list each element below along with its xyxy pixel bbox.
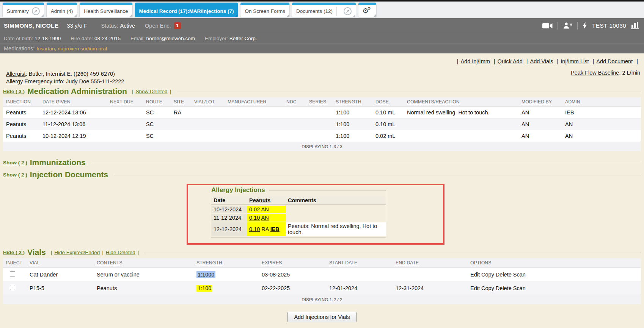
edit-link[interactable]: Edit [470, 272, 480, 278]
sort-strength[interactable]: STRENGTH [196, 260, 222, 266]
tab-admin[interactable]: Admin (4) [47, 3, 77, 17]
delete-link[interactable]: Delete [496, 272, 512, 278]
vials-header-row: INJECT VIAL CONTENTS STRENGTH EXPIRES ST… [3, 258, 641, 268]
show-deleted-link[interactable]: Show Deleted [135, 89, 167, 94]
tab-bar: Summary ↗ Admin (4) Health Surveillance … [0, 2, 644, 18]
popout-icon[interactable]: ↗ [32, 7, 40, 15]
open-encounter-badge[interactable]: 1 [174, 22, 181, 29]
col-header-series: SERIES [306, 97, 333, 107]
add-injections-for-vials-button[interactable]: Add Injections for Vials [287, 312, 356, 322]
site-text: RA [261, 226, 269, 232]
sort-strength[interactable]: STRENGTH [336, 99, 361, 105]
sort-admin[interactable]: ADMIN [565, 99, 580, 105]
inject-checkbox[interactable] [10, 271, 15, 276]
separator: | [170, 89, 171, 94]
quick-add-link[interactable]: Quick Add [498, 58, 523, 64]
cell-series [306, 119, 333, 130]
sort-injection[interactable]: INJECTION [6, 99, 31, 105]
cell-route: SC [143, 130, 171, 142]
add-vials-link[interactable]: Add Vials [530, 58, 553, 64]
sort-start-date[interactable]: START DATE [329, 260, 357, 266]
patient-banner-row1: SIMMONS, NICOLE 33 y/o F Status:Active O… [0, 18, 644, 33]
copy-link[interactable]: Copy [481, 285, 494, 291]
cell-admin: AN [562, 130, 641, 142]
sort-vial-lot[interactable]: VIAL/LOT [194, 99, 215, 105]
allergy-date: 11-12-2024 [211, 214, 247, 222]
separator: | [636, 58, 638, 64]
tab-summary-label: Summary [7, 8, 29, 14]
sort-site[interactable]: SITE [174, 99, 184, 105]
separator: | [557, 58, 559, 64]
allergy-date: 10-12-2024 [211, 206, 247, 213]
cell-dose: 0.10 mL [372, 107, 404, 119]
allergist-link[interactable]: Allergist [6, 71, 26, 77]
cell-comments [404, 119, 518, 130]
admin-initials-link[interactable]: AN [261, 206, 269, 212]
mar-hide-link[interactable]: Hide ( 3 ) [3, 89, 25, 94]
sort-comments[interactable]: COMMENTS/REACTION [407, 99, 460, 105]
tab-on-screen-forms[interactable]: On Screen Forms [240, 3, 289, 17]
sort-ndc[interactable]: NDC [286, 99, 297, 105]
cell-next-due [107, 119, 143, 130]
tab-health-surveillance[interactable]: Health Surveillance [80, 3, 132, 17]
cell-site [171, 130, 191, 142]
immunizations-show-link[interactable]: Show ( 2 ) [3, 160, 27, 166]
strength-highlight: 1:100 [196, 285, 212, 292]
employer-label: Employer: [205, 36, 228, 41]
sort-end-date[interactable]: END DATE [396, 260, 419, 266]
edit-link[interactable]: Edit [470, 285, 480, 291]
allergy-emergency-info-link[interactable]: Allergy Emergency Info [6, 78, 63, 84]
dose-link[interactable]: 0.10 [249, 215, 260, 221]
cell-ndc [283, 107, 306, 119]
tab-medical-record[interactable]: Medical Record (17):MAR/Injections (7) [135, 3, 238, 17]
medications-list-link[interactable]: losartan, naproxen sodium oral [36, 46, 107, 52]
injection-documents-show-link[interactable]: Show ( 2 ) [3, 172, 27, 178]
peanuts-column-link[interactable]: Peanuts [249, 197, 270, 203]
separator: | [494, 58, 495, 64]
peak-flow-baseline-link[interactable]: Peak Flow Baseline [571, 70, 619, 76]
sort-route[interactable]: ROUTE [146, 99, 162, 105]
bar-chart-icon[interactable] [631, 22, 639, 29]
dose-link[interactable]: 0.10 [249, 226, 260, 232]
copy-link[interactable]: Copy [481, 272, 494, 278]
delete-link[interactable]: Delete [496, 285, 512, 291]
mar-section-header: Hide ( 3 ) Medication Administration | S… [3, 87, 641, 96]
add-document-link[interactable]: Add Document [596, 58, 633, 64]
video-camera-icon[interactable] [542, 23, 553, 29]
col-header-dose: DOSE [372, 97, 404, 107]
col-header-strength: STRENGTH [333, 97, 372, 107]
add-person-icon[interactable] [563, 22, 572, 29]
sort-manufacturer[interactable]: MANUFACTURER [228, 99, 266, 105]
sort-vial[interactable]: VIAL [30, 260, 40, 266]
tab-documents[interactable]: Documents (12) ↗ [292, 3, 356, 17]
scan-link[interactable]: Scan [513, 285, 526, 291]
cell-contents: Peanuts [94, 281, 193, 295]
vials-row: Cat Dander Serum or vaccine 1:1000 03-08… [3, 268, 641, 281]
dob-label: Date of birth: [4, 36, 33, 41]
tab-summary[interactable]: Summary ↗ [3, 3, 44, 17]
hide-expired-link[interactable]: Hide Expired/Ended [54, 250, 100, 255]
lightning-bolt-icon[interactable] [583, 22, 587, 29]
mar-row: Peanuts 10-12-2024 12:19 SC 1:100 0.02 m… [3, 130, 641, 142]
sort-dose[interactable]: DOSE [375, 99, 389, 105]
medications-label: Medications: [4, 45, 35, 52]
inject-checkbox[interactable] [10, 285, 15, 290]
dose-link[interactable]: 0.02 [249, 206, 260, 212]
content-top: |Add Inj/Imm |Quick Add |Add Vials |Inj/… [2, 53, 642, 87]
sort-date-given[interactable]: DATE GIVEN [42, 99, 71, 105]
sort-expires[interactable]: EXPIRES [262, 260, 282, 266]
vials-hide-link[interactable]: Hide ( 2 ) [3, 250, 25, 255]
popout-icon[interactable]: ↗ [344, 7, 352, 15]
sort-next-due[interactable]: NEXT DUE [110, 99, 134, 105]
settings-button[interactable]: ⚙⚙ [358, 3, 376, 17]
sort-series[interactable]: SERIES [309, 99, 326, 105]
sort-modified-by[interactable]: MODIFIED BY [521, 99, 552, 105]
scan-link[interactable]: Scan [513, 272, 526, 278]
hide-deleted-link[interactable]: Hide Deleted [106, 250, 135, 255]
add-inj-imm-link[interactable]: Add Inj/Imm [460, 58, 490, 64]
sort-contents[interactable]: CONTENTS [97, 260, 123, 266]
admin-initials-link[interactable]: IEB [270, 226, 280, 232]
mar-row: Peanuts 11-12-2024 13:06 SC 1:100 0.10 m… [3, 119, 641, 130]
admin-initials-link[interactable]: AN [261, 215, 269, 221]
inj-imm-list-link[interactable]: Inj/Imm List [561, 58, 589, 64]
